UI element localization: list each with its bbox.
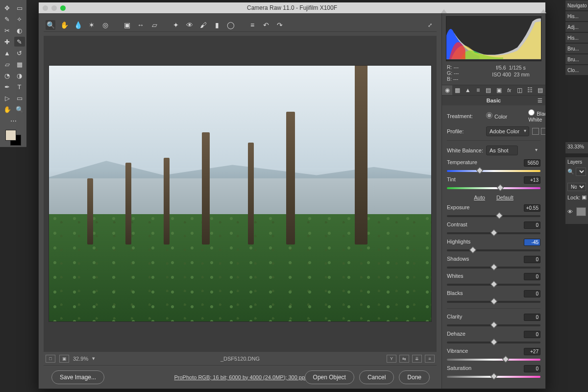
white-balance-select[interactable]: As Shot	[486, 146, 518, 155]
marquee-tool-icon[interactable]: ▭	[14, 3, 25, 13]
highlight-clipping-icon[interactable]	[540, 9, 546, 13]
tint-slider[interactable]: Tint+13	[447, 176, 540, 192]
history-brush-icon[interactable]: ↺	[14, 48, 25, 58]
fill-view-icon[interactable]: ▣	[59, 355, 69, 363]
graduated-filter-icon[interactable]: ▮	[212, 20, 222, 30]
fullscreen-icon[interactable]: ⤢	[425, 20, 435, 30]
brush-tool-icon[interactable]: ✎	[14, 37, 25, 47]
zoom-tool-icon[interactable]: 🔍	[46, 20, 55, 30]
curve-tab-icon[interactable]: ▦	[452, 85, 463, 95]
layers-header[interactable]: Layers	[567, 159, 586, 165]
calibration-tab-icon[interactable]: ◫	[514, 85, 525, 95]
open-object-button[interactable]: Open Object	[305, 370, 354, 384]
path-select-icon[interactable]: ▷	[2, 93, 13, 103]
rotate-ccw-icon[interactable]: ↶	[261, 20, 271, 30]
hand-tool-icon[interactable]: ✋	[59, 20, 69, 30]
crop-tool-icon[interactable]: ✂	[2, 25, 13, 35]
traffic-lights[interactable]	[43, 5, 66, 11]
saturation-value[interactable]: 0	[524, 365, 540, 372]
done-button[interactable]: Done	[399, 370, 430, 384]
exposure-value[interactable]: +0.55	[524, 204, 540, 212]
move-tool-icon[interactable]: ✥	[2, 3, 13, 13]
spot-removal-icon[interactable]: ✦	[171, 20, 181, 30]
zoom-chevron-icon[interactable]: ▾	[92, 355, 95, 362]
straighten-tool-icon[interactable]: ↔	[136, 20, 146, 30]
lock-icons[interactable]: ▣	[582, 194, 587, 200]
view-options-icon[interactable]: ≡	[425, 355, 435, 363]
eraser-tool-icon[interactable]: ▱	[2, 59, 13, 69]
window-titlebar[interactable]: Camera Raw 11.0 - Fujifilm X100F	[39, 2, 545, 13]
visibility-icon[interactable]: 👁	[567, 209, 573, 215]
swap-view-icon[interactable]: ⇆	[399, 355, 409, 363]
transform-tool-icon[interactable]: ▱	[149, 20, 159, 30]
zoom-tool-icon[interactable]: 🔍	[14, 104, 25, 114]
blend-mode-select[interactable]: Normal	[567, 183, 586, 191]
adjustments-tab[interactable]: Adj...	[565, 22, 588, 32]
contrast-slider[interactable]: Contrast0	[447, 221, 540, 237]
radial-filter-icon[interactable]: ◯	[226, 20, 236, 30]
auto-link[interactable]: Auto	[474, 195, 485, 200]
dehaze-value[interactable]: 0	[524, 331, 540, 338]
navigator-tab[interactable]: Navigato	[565, 0, 588, 11]
preferences-icon[interactable]: ≡	[247, 20, 257, 30]
vibrance-slider[interactable]: Vibrance+27	[447, 348, 540, 363]
blacks-slider[interactable]: Blacks0	[447, 290, 540, 305]
dodge-tool-icon[interactable]: ◑	[14, 71, 25, 80]
blur-tool-icon[interactable]: ◔	[2, 71, 13, 80]
zoom-level[interactable]: 32.9%	[73, 356, 88, 362]
white-balance-tool-icon[interactable]: 💧	[73, 20, 83, 30]
shape-tool-icon[interactable]: ▭	[14, 93, 25, 103]
targeted-adjust-icon[interactable]: ◎	[100, 20, 110, 30]
image-preview[interactable]	[44, 36, 437, 351]
clone-tab[interactable]: Clo...	[565, 65, 588, 75]
treatment-color[interactable]: Color	[486, 112, 525, 120]
save-image-button[interactable]: Save Image...	[51, 370, 104, 384]
highlights-value[interactable]: -45	[524, 239, 540, 246]
detail-tab-icon[interactable]: ▲	[463, 85, 473, 95]
brushes-tab-2[interactable]: Bru...	[565, 54, 588, 65]
layer-kind-select[interactable]: Kind	[576, 168, 586, 176]
default-link[interactable]: Default	[496, 195, 514, 200]
eyedropper-tool-icon[interactable]: ◐	[14, 25, 25, 35]
crop-tool-icon[interactable]: ▣	[122, 20, 132, 30]
workflow-options-link[interactable]: ProPhoto RGB; 16 bit; 6000 by 4000 (24.0…	[174, 374, 306, 380]
quick-select-icon[interactable]: ✧	[14, 14, 25, 24]
clarity-value[interactable]: 0	[524, 314, 540, 321]
stamp-tool-icon[interactable]: ▲	[2, 48, 13, 58]
lasso-tool-icon[interactable]: ✎	[2, 14, 13, 24]
temperature-value[interactable]: 5650	[524, 159, 540, 167]
copy-settings-icon[interactable]: ⇊	[412, 355, 422, 363]
temperature-slider[interactable]: Temperature5650	[447, 159, 540, 174]
panel-menu-icon[interactable]: ☰	[538, 98, 542, 104]
presets-tab-icon[interactable]: ☷	[525, 85, 535, 95]
rotate-cw-icon[interactable]: ↷	[275, 20, 285, 30]
hand-tool-icon[interactable]: ✋	[2, 104, 13, 114]
basic-tab-icon[interactable]: ◉	[442, 85, 452, 95]
highlights-slider[interactable]: Highlights-45	[447, 239, 540, 254]
history-tab[interactable]: His...	[565, 11, 588, 22]
split-tab-icon[interactable]: ▤	[483, 85, 493, 95]
layer-thumb[interactable]	[576, 207, 586, 216]
profile-grid-icon[interactable]	[541, 128, 545, 135]
saturation-slider[interactable]: Saturation0	[447, 365, 540, 380]
color-sampler-icon[interactable]: ✶	[87, 20, 97, 30]
red-eye-icon[interactable]: 👁	[185, 20, 195, 30]
edit-toolbar-icon[interactable]: ⋯	[8, 116, 19, 125]
shadows-slider[interactable]: Shadows0	[447, 256, 540, 271]
snapshots-tab-icon[interactable]: ▤	[535, 85, 545, 95]
exposure-slider[interactable]: Exposure+0.55	[447, 204, 540, 220]
vibrance-value[interactable]: +27	[524, 348, 540, 355]
clarity-slider[interactable]: Clarity0	[447, 314, 540, 329]
blacks-value[interactable]: 0	[524, 290, 540, 297]
dehaze-slider[interactable]: Dehaze0	[447, 331, 540, 346]
gradient-tool-icon[interactable]: ▦	[14, 59, 25, 69]
hsl-tab-icon[interactable]: ≡	[473, 85, 483, 95]
color-swatch[interactable]	[5, 130, 21, 146]
adjustment-brush-icon[interactable]: 🖌	[198, 20, 208, 30]
brushes-tab[interactable]: Bru...	[565, 43, 588, 54]
whites-value[interactable]: 0	[524, 273, 540, 280]
pen-tool-icon[interactable]: ✒	[2, 82, 13, 92]
profile-select[interactable]: Adobe Color	[486, 126, 529, 136]
history-tab-2[interactable]: His...	[565, 32, 588, 43]
tint-value[interactable]: +13	[524, 176, 540, 184]
